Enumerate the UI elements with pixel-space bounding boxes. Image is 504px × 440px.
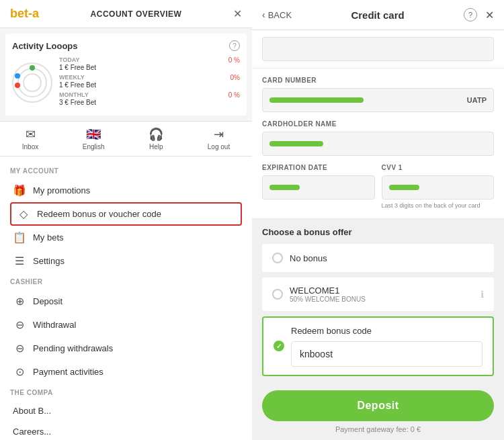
expiry-input[interactable]: [262, 175, 375, 200]
no-bonus-label: No bonus: [290, 253, 327, 263]
dot-red: [15, 83, 20, 88]
menu-item-careers[interactable]: Careers...: [10, 421, 242, 440]
nav-help[interactable]: 🎧 Help: [149, 127, 163, 150]
menu-item-redeem[interactable]: ◇ Redeem bonus or voucher code: [10, 202, 242, 226]
left-panel: bet-a ACCOUNT OVERVIEW ✕ Activity Looops…: [0, 0, 252, 440]
deposit-menu-label: Deposit: [33, 296, 62, 306]
left-header: bet-a ACCOUNT OVERVIEW ✕: [0, 0, 252, 28]
nav-logout-label: Log out: [208, 143, 230, 150]
bonus-option-welcome[interactable]: WELCOME1 50% WELCOME BONUS ℹ: [262, 277, 494, 311]
redeem-code-input[interactable]: [291, 341, 482, 367]
nav-inbox[interactable]: ✉ Inbox: [22, 127, 38, 150]
activity-row-weekly: WEEKLY 1 € Free Bet 0%: [59, 74, 240, 89]
promotions-label: My promotions: [33, 185, 90, 195]
bottom-nav: ✉ Inbox 🇬🇧 English 🎧 Help ⇥ Log out: [0, 121, 252, 157]
company-title: THE COMPA: [10, 389, 242, 396]
my-account-title: MY ACCOUNT: [10, 167, 242, 175]
bonus-option-no-bonus[interactable]: No bonus: [262, 244, 494, 272]
right-header: ‹ BACK Credit card ? ✕: [252, 0, 504, 30]
cvv-value: [389, 185, 419, 190]
menu-item-settings[interactable]: ☰ Settings: [10, 249, 242, 273]
help-icon: 🎧: [149, 127, 163, 142]
card-number-label: CARD NUMBER: [262, 77, 494, 84]
pending-label: Pending withdrawals: [33, 343, 113, 353]
bonus-section: Choose a bonus offer No bonus WELCOME1 5…: [252, 219, 504, 390]
cardholder-group: CARDHOLDER NAME: [262, 120, 494, 156]
close-right-icon[interactable]: ✕: [485, 9, 494, 21]
welcome-bonus-name: WELCOME1: [290, 285, 474, 296]
checkmark-icon: ✓: [276, 343, 282, 350]
nav-english-label: English: [83, 143, 105, 150]
back-button[interactable]: ‹ BACK: [262, 9, 292, 20]
dot-blue: [15, 73, 20, 79]
nav-english[interactable]: 🇬🇧 English: [83, 127, 105, 150]
right-panel: ‹ BACK Credit card ? ✕ CARD NUMBER UATP …: [252, 0, 504, 440]
close-icon[interactable]: ✕: [233, 7, 242, 20]
cvv-group: CVV 1 Last 3 digits on the back of your …: [382, 164, 495, 210]
activity-row-today: TODAY 1 € Free Bet 0 %: [59, 56, 240, 71]
nav-logout[interactable]: ⇥ Log out: [208, 127, 230, 150]
menu-item-about[interactable]: About B...: [10, 400, 242, 421]
card-number-input[interactable]: UATP: [262, 88, 494, 112]
cashier-title: CASHIER: [10, 278, 242, 285]
inbox-icon: ✉: [26, 127, 36, 142]
nav-help-label: Help: [149, 143, 163, 150]
radio-welcome: [272, 289, 283, 300]
menu-item-bets[interactable]: 📋 My bets: [10, 226, 242, 249]
welcome-info-icon[interactable]: ℹ: [480, 289, 484, 300]
radio-no-bonus: [272, 253, 283, 263]
logout-icon: ⇥: [214, 127, 224, 142]
bonus-section-title: Choose a bonus offer: [262, 227, 494, 237]
activity-circles: [12, 62, 52, 103]
period-today: TODAY: [59, 56, 96, 63]
period-monthly: MONTHLY: [59, 91, 96, 98]
cardholder-input[interactable]: [262, 132, 494, 156]
value-weekly: 1 € Free Bet: [59, 81, 96, 89]
value-today: 1 € Free Bet: [59, 64, 96, 71]
menu-item-deposit[interactable]: ⊕ Deposit: [10, 290, 242, 313]
menu-item-withdrawal[interactable]: ⊖ Withdrawal: [10, 313, 242, 337]
welcome-bonus-sub: 50% WELCOME BONUS: [290, 296, 474, 303]
uatp-label: UATP: [467, 96, 487, 104]
menu-item-promotions[interactable]: 🎁 My promotions: [10, 179, 242, 202]
withdrawal-icon: ⊖: [13, 318, 26, 331]
cardholder-label: CARDHOLDER NAME: [262, 120, 494, 128]
expiry-cvv-row: EXPIRATION DATE CVV 1 Last 3 digits on t…: [262, 164, 494, 210]
payment-activities-label: Payment activities: [33, 367, 103, 377]
expiry-value: [269, 185, 300, 190]
deposit-icon: ⊕: [13, 295, 26, 308]
activity-header: Activity Looops ?: [12, 40, 240, 51]
account-overview-title: ACCOUNT OVERVIEW: [39, 9, 233, 19]
deposit-area: Deposit Payment gateway fee: 0 €: [252, 390, 504, 440]
bets-icon: 📋: [13, 231, 26, 244]
menu-item-pending[interactable]: ⊖ Pending withdrawals: [10, 337, 242, 360]
value-monthly: 3 € Free Bet: [59, 99, 96, 106]
promotions-icon: 🎁: [13, 184, 26, 197]
back-chevron-icon: ‹: [262, 9, 265, 20]
cvv-hint: Last 3 digits on the back of your card: [382, 202, 495, 210]
activity-help-icon[interactable]: ?: [229, 40, 240, 51]
pct-monthly: 0 %: [228, 91, 240, 106]
menu-item-payment-activities[interactable]: ⊙ Payment activities: [10, 360, 242, 384]
pct-weekly: 0%: [230, 74, 240, 89]
period-weekly: WEEKLY: [59, 74, 96, 81]
logo: bet-a: [10, 7, 39, 21]
redeem-label: Redeem bonus or voucher code: [37, 209, 161, 219]
cvv-input[interactable]: [382, 175, 495, 200]
bets-label: My bets: [33, 232, 64, 243]
dot-green: [30, 65, 35, 71]
pending-icon: ⊖: [13, 342, 26, 355]
redeem-code-wrapper: [291, 341, 482, 367]
redeem-icon: ◇: [17, 208, 30, 220]
circle-3: [23, 73, 42, 92]
bonus-option-redeem[interactable]: ✓ Redeem bonus code: [262, 316, 494, 376]
careers-label: Careers...: [13, 427, 51, 437]
deposit-button[interactable]: Deposit: [262, 390, 494, 421]
redeem-bonus-name: Redeem bonus code: [291, 326, 482, 336]
fee-text: Payment gateway fee: 0 €: [262, 425, 494, 433]
card-number-group: CARD NUMBER UATP: [262, 77, 494, 112]
cvv-label: CVV 1: [382, 164, 495, 171]
help-circle-icon[interactable]: ?: [464, 8, 477, 21]
top-field-placeholder: [262, 37, 494, 61]
nav-inbox-label: Inbox: [22, 143, 38, 150]
